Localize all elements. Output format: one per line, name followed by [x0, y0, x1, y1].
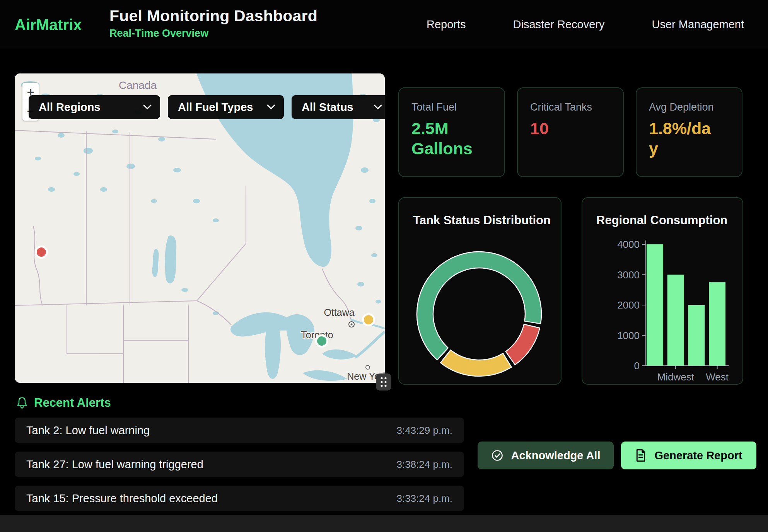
- status-filter-dropdown[interactable]: All Status: [292, 95, 385, 119]
- bell-icon: [16, 397, 28, 409]
- check-circle-icon: [491, 449, 503, 462]
- nav-user-management[interactable]: User Management: [652, 18, 744, 31]
- chevron-down-icon: [374, 104, 382, 110]
- alert-time: 3:38:24 p.m.: [396, 459, 452, 471]
- top-nav: Reports Disaster Recovery User Managemen…: [427, 0, 744, 49]
- bar-3: [709, 282, 725, 366]
- region-filter-value: All Regions: [39, 101, 101, 114]
- alert-time: 3:43:29 p.m.: [396, 425, 452, 437]
- regional-consumption-chart-card: Regional Consumption 01000200030004000Mi…: [582, 197, 743, 385]
- generate-report-button[interactable]: Generate Report: [621, 442, 756, 469]
- svg-text:Ottawa: Ottawa: [324, 307, 354, 318]
- fuel-monitoring-dashboard: AirMatrix Fuel Monitoring Dashboard Real…: [0, 0, 768, 532]
- fuel-type-filter-dropdown[interactable]: All Fuel Types: [168, 95, 284, 119]
- svg-text:4000: 4000: [617, 239, 640, 250]
- tank-map[interactable]: Canada Ottawa Toronto New York + − All R…: [15, 73, 385, 383]
- fuel-type-filter-value: All Fuel Types: [178, 101, 253, 114]
- region-filter-dropdown[interactable]: All Regions: [29, 95, 160, 119]
- acknowledge-all-label: Acknowledge All: [511, 449, 601, 462]
- stat-card-avg-depletion: Avg Depletion 1.8%/day: [636, 87, 742, 177]
- chevron-down-icon: [267, 104, 275, 110]
- svg-text:1000: 1000: [617, 330, 640, 341]
- bar-chart-title: Regional Consumption: [596, 213, 727, 227]
- map-canvas: Canada Ottawa Toronto New York: [15, 73, 385, 383]
- document-icon: [635, 449, 647, 462]
- alert-text: Tank 2: Low fuel warning: [26, 424, 150, 437]
- stat-card-total-fuel: Total Fuel 2.5M Gallons: [398, 87, 505, 177]
- alert-row: Tank 2: Low fuel warning 3:43:29 p.m.: [15, 418, 464, 443]
- stat-label: Critical Tanks: [530, 101, 611, 113]
- stat-value-critical-tanks: 10: [530, 119, 611, 139]
- status-filter-value: All Status: [302, 101, 353, 114]
- nav-reports[interactable]: Reports: [427, 18, 466, 31]
- alert-time: 3:33:24 p.m.: [396, 493, 452, 505]
- svg-text:2000: 2000: [617, 299, 640, 311]
- alert-row: Tank 27: Low fuel warning triggered 3:38…: [15, 452, 464, 477]
- map-filter-bar: All Regions All Fuel Types All Status: [29, 95, 385, 119]
- svg-text:3000: 3000: [617, 269, 640, 281]
- footer-bar: [0, 515, 768, 532]
- bar-0: [647, 244, 663, 366]
- alerts-header: Recent Alerts: [16, 396, 111, 410]
- stat-card-critical-tanks: Critical Tanks 10: [517, 87, 624, 177]
- alert-text: Tank 27: Low fuel warning triggered: [26, 458, 203, 471]
- donut-segment-warning: [440, 350, 511, 376]
- stat-value-avg-depletion: 1.8%/day: [649, 119, 715, 159]
- svg-text:West: West: [706, 371, 729, 383]
- alert-row: Tank 15: Pressure threshold exceeded 3:3…: [15, 486, 464, 511]
- map-resize-handle[interactable]: [376, 373, 391, 390]
- bar-2: [688, 305, 705, 366]
- header: AirMatrix Fuel Monitoring Dashboard Real…: [0, 0, 768, 49]
- tank-marker-normal[interactable]: [315, 334, 328, 348]
- tank-marker-critical[interactable]: [35, 246, 48, 259]
- stat-label: Avg Depletion: [649, 101, 729, 113]
- page-subtitle: Real-Time Overview: [109, 27, 317, 39]
- bar-1: [667, 275, 684, 366]
- brand-logo: AirMatrix: [15, 16, 82, 34]
- drag-dots-icon: [379, 376, 388, 388]
- donut-chart-title: Tank Status Distribution: [413, 213, 551, 227]
- tank-marker-warning[interactable]: [362, 313, 375, 326]
- alert-text: Tank 15: Pressure threshold exceeded: [26, 492, 218, 505]
- chevron-down-icon: [143, 104, 152, 110]
- map-label-canada: Canada: [119, 79, 157, 91]
- donut-segment-critical: [506, 324, 540, 365]
- nav-disaster-recovery[interactable]: Disaster Recovery: [513, 18, 605, 31]
- tank-status-chart-card: Tank Status Distribution: [398, 197, 561, 385]
- acknowledge-all-button[interactable]: Acknowledge All: [478, 442, 614, 469]
- title-block: Fuel Monitoring Dashboard Real-Time Over…: [109, 7, 317, 39]
- svg-text:Midwest: Midwest: [657, 371, 695, 383]
- stat-label: Total Fuel: [411, 101, 492, 113]
- generate-report-label: Generate Report: [654, 449, 742, 462]
- page-title: Fuel Monitoring Dashboard: [109, 7, 317, 25]
- svg-text:0: 0: [634, 360, 640, 372]
- stat-value-total-fuel: 2.5M Gallons: [411, 119, 492, 159]
- alerts-title: Recent Alerts: [34, 396, 111, 410]
